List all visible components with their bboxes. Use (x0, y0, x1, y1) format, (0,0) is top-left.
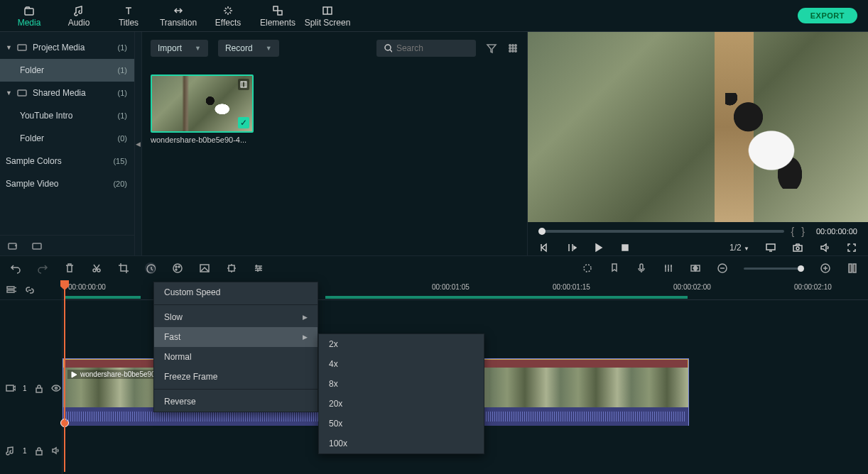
tab-titles[interactable]: Titles (104, 4, 153, 28)
sidebar-item-folder2[interactable]: Folder (0) (0, 127, 134, 150)
svg-point-16 (512, 50, 514, 51)
preview-viewport[interactable] (528, 32, 868, 222)
chevron-down-icon: ▼ (744, 246, 749, 252)
svg-rect-1 (273, 6, 278, 11)
zoom-slider[interactable] (744, 268, 804, 270)
menu-item-reverse[interactable]: Reverse (154, 392, 318, 412)
preview-quality[interactable]: 1/2 ▼ (729, 243, 749, 253)
display-icon[interactable] (765, 242, 776, 253)
sidebar-item-folder[interactable]: Folder (1) (0, 59, 134, 82)
zoom-out-icon[interactable] (717, 263, 728, 274)
snapshot-icon[interactable] (792, 242, 803, 253)
tab-media[interactable]: Media (4, 4, 54, 28)
sidebar-item-sample-video[interactable]: Sample Video (20) (0, 172, 134, 195)
sidebar-collapse-button[interactable]: ◀ (135, 32, 142, 255)
sidebar-item-label: Folder (20, 133, 118, 143)
menu-item-freeze-frame[interactable]: Freeze Frame (154, 367, 318, 387)
record-dropdown[interactable]: Record ▼ (218, 40, 279, 57)
zoom-in-icon[interactable] (820, 263, 831, 274)
tab-audio[interactable]: Audio (54, 4, 104, 28)
audio-track-header[interactable]: 1 (0, 441, 62, 461)
menu-item-custom-speed[interactable]: Custom Speed (154, 282, 318, 302)
scrub-bar[interactable] (538, 230, 784, 233)
svg-rect-6 (9, 243, 16, 249)
menu-item-4x[interactable]: 4x (319, 354, 484, 374)
manage-tracks-icon[interactable] (6, 285, 17, 296)
check-icon: ✓ (238, 117, 249, 128)
link-icon[interactable] (24, 285, 36, 296)
video-track-header[interactable]: 1 (0, 378, 62, 398)
color-icon[interactable] (172, 263, 183, 274)
menu-item-50x[interactable]: 50x (319, 414, 484, 434)
audio-mixer-icon[interactable] (663, 263, 674, 274)
voiceover-icon[interactable] (636, 263, 647, 274)
zoom-fit-icon[interactable] (847, 263, 858, 274)
mute-icon[interactable] (51, 446, 61, 456)
sidebar-item-shared-media[interactable]: ▼ Shared Media (1) (0, 82, 134, 104)
green-screen-icon[interactable] (199, 263, 210, 274)
grid-view-icon[interactable] (507, 43, 519, 54)
search-input[interactable] (396, 43, 469, 53)
svg-rect-41 (6, 385, 13, 391)
crop-icon[interactable] (118, 263, 129, 274)
play-icon[interactable] (592, 242, 604, 253)
keyframe-icon[interactable] (690, 263, 701, 274)
import-dropdown[interactable]: Import ▼ (151, 40, 208, 57)
menu-item-fast[interactable]: Fast▶ (154, 327, 318, 347)
sidebar-item-sample-colors[interactable]: Sample Colors (15) (0, 150, 134, 172)
search-icon (384, 43, 392, 53)
playhead[interactable] (64, 280, 65, 472)
track-number: 1 (23, 447, 27, 455)
sidebar-item-youtube-intro[interactable]: YouTube Intro (1) (0, 104, 134, 127)
fullscreen-icon[interactable] (846, 242, 857, 253)
export-button[interactable]: EXPORT (798, 8, 857, 23)
sidebar-item-count: (1) (118, 111, 127, 120)
volume-icon[interactable] (819, 242, 830, 253)
search-input-wrapper[interactable] (376, 40, 476, 57)
play-icon (70, 371, 77, 378)
redo-icon[interactable] (37, 263, 48, 274)
svg-rect-18 (241, 82, 246, 87)
menu-item-normal[interactable]: Normal (154, 347, 318, 367)
menu-item-2x[interactable]: 2x (319, 334, 484, 354)
sidebar-item-count: (0) (118, 134, 127, 143)
media-pane: Import ▼ Record ▼ ✓ wondershare-b0be5e90… (142, 32, 527, 255)
stop-icon[interactable] (619, 242, 631, 253)
tab-elements[interactable]: Elements (253, 4, 303, 28)
prev-frame-icon[interactable] (538, 242, 550, 253)
dropdown-label: Record (225, 43, 253, 53)
svg-point-13 (512, 47, 514, 48)
media-thumbnail[interactable]: ✓ wondershare-b0be5e90-4... (151, 75, 254, 144)
svg-point-22 (796, 247, 799, 250)
sidebar-item-project-media[interactable]: ▼ Project Media (1) (0, 36, 134, 59)
folder-icon[interactable] (31, 240, 43, 251)
mark-in-icon[interactable]: { (791, 226, 795, 237)
new-folder-icon[interactable] (7, 240, 18, 251)
split-clip-icon[interactable] (91, 263, 102, 274)
menu-item-20x[interactable]: 20x (319, 394, 484, 414)
render-icon[interactable] (582, 263, 593, 274)
tab-splitscreen[interactable]: Split Screen (303, 4, 352, 28)
delete-icon[interactable] (64, 263, 75, 274)
motion-tracking-icon[interactable] (226, 263, 237, 274)
filter-icon[interactable] (486, 43, 497, 54)
svg-rect-40 (7, 290, 14, 292)
mark-out-icon[interactable]: } (801, 226, 805, 237)
adjust-icon[interactable] (253, 263, 264, 274)
sparkle-icon (222, 5, 234, 16)
lock-icon[interactable] (34, 383, 44, 393)
svg-point-17 (515, 50, 516, 51)
play-pause-icon[interactable] (565, 242, 577, 253)
marker-icon[interactable] (609, 263, 620, 274)
menu-item-8x[interactable]: 8x (319, 374, 484, 394)
tab-effects[interactable]: Effects (203, 4, 253, 28)
menu-item-100x[interactable]: 100x (319, 434, 484, 453)
lock-icon[interactable] (34, 446, 44, 456)
eye-icon[interactable] (51, 383, 61, 393)
speed-icon[interactable] (145, 263, 156, 274)
undo-icon[interactable] (10, 263, 21, 274)
chevron-down-icon: ▼ (6, 44, 13, 51)
tab-transition[interactable]: Transition (153, 4, 203, 28)
sidebar-item-label: Folder (20, 65, 118, 75)
menu-item-slow[interactable]: Slow▶ (154, 307, 318, 327)
